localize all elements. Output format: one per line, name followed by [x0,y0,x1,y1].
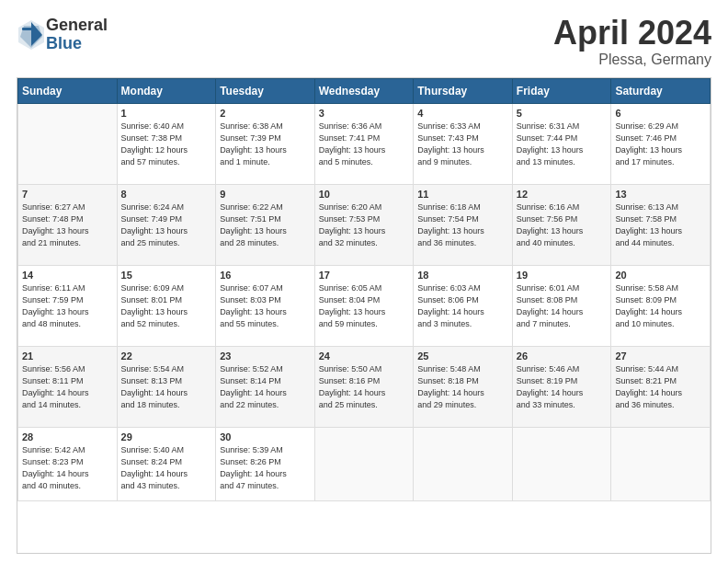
calendar-cell: 9Sunrise: 6:22 AM Sunset: 7:51 PM Daylig… [216,185,315,266]
logo-general-text: General [46,17,108,35]
calendar-cell: 24Sunrise: 5:50 AM Sunset: 8:16 PM Dayli… [314,347,414,428]
calendar-header: Sunday Monday Tuesday Wednesday Thursday… [18,79,711,104]
calendar-cell: 5Sunrise: 6:31 AM Sunset: 7:44 PM Daylig… [512,104,611,185]
calendar-cell: 4Sunrise: 6:33 AM Sunset: 7:43 PM Daylig… [414,104,513,185]
calendar-cell: 26Sunrise: 5:46 AM Sunset: 8:19 PM Dayli… [512,347,611,428]
header-thursday: Thursday [414,79,513,104]
calendar-cell: 17Sunrise: 6:05 AM Sunset: 8:04 PM Dayli… [314,266,414,347]
calendar-cell: 30Sunrise: 5:39 AM Sunset: 8:26 PM Dayli… [216,428,315,501]
svg-rect-2 [22,28,35,30]
day-number: 15 [121,270,212,281]
header-tuesday: Tuesday [216,79,315,104]
day-number: 11 [417,189,508,200]
day-number: 17 [319,270,410,281]
day-info: Sunrise: 6:16 AM Sunset: 7:56 PM Dayligh… [517,201,608,249]
calendar-cell [611,428,711,501]
day-info: Sunrise: 6:38 AM Sunset: 7:39 PM Dayligh… [220,121,311,168]
logo: General Blue [17,17,108,53]
calendar-cell: 2Sunrise: 6:38 AM Sunset: 7:39 PM Daylig… [216,104,315,185]
day-info: Sunrise: 5:46 AM Sunset: 8:19 PM Dayligh… [517,363,608,411]
day-info: Sunrise: 6:05 AM Sunset: 8:04 PM Dayligh… [319,282,410,330]
calendar-week-row: 7Sunrise: 6:27 AM Sunset: 7:48 PM Daylig… [18,185,711,266]
calendar-cell: 14Sunrise: 6:11 AM Sunset: 7:59 PM Dayli… [18,266,118,347]
calendar-cell: 18Sunrise: 6:03 AM Sunset: 8:06 PM Dayli… [414,266,513,347]
day-info: Sunrise: 6:29 AM Sunset: 7:46 PM Dayligh… [615,121,706,168]
page: General Blue April 2024 Plessa, Germany … [0,0,728,563]
day-number: 30 [220,431,311,442]
day-number: 5 [517,108,608,119]
day-number: 2 [220,108,311,119]
day-info: Sunrise: 6:07 AM Sunset: 8:03 PM Dayligh… [220,282,311,330]
calendar-cell: 7Sunrise: 6:27 AM Sunset: 7:48 PM Daylig… [18,185,118,266]
calendar-cell: 1Sunrise: 6:40 AM Sunset: 7:38 PM Daylig… [117,104,216,185]
calendar-cell: 3Sunrise: 6:36 AM Sunset: 7:41 PM Daylig… [314,104,414,185]
calendar-cell: 27Sunrise: 5:44 AM Sunset: 8:21 PM Dayli… [611,347,711,428]
calendar-cell [314,428,414,501]
calendar-cell: 23Sunrise: 5:52 AM Sunset: 8:14 PM Dayli… [216,347,315,428]
day-info: Sunrise: 5:42 AM Sunset: 8:23 PM Dayligh… [22,444,113,492]
calendar-cell: 6Sunrise: 6:29 AM Sunset: 7:46 PM Daylig… [611,104,711,185]
header-sunday: Sunday [18,79,118,104]
day-number: 19 [517,270,608,281]
day-info: Sunrise: 5:56 AM Sunset: 8:11 PM Dayligh… [22,363,113,411]
day-number: 29 [121,431,212,442]
header-wednesday: Wednesday [314,79,414,104]
calendar-cell: 12Sunrise: 6:16 AM Sunset: 7:56 PM Dayli… [512,185,611,266]
calendar-body: 1Sunrise: 6:40 AM Sunset: 7:38 PM Daylig… [18,104,711,501]
calendar-cell [414,428,513,501]
day-number: 26 [517,350,608,362]
calendar-cell: 29Sunrise: 5:40 AM Sunset: 8:24 PM Dayli… [117,428,216,501]
day-info: Sunrise: 6:33 AM Sunset: 7:43 PM Dayligh… [417,121,508,168]
calendar-cell: 22Sunrise: 5:54 AM Sunset: 8:13 PM Dayli… [117,347,216,428]
calendar-cell: 15Sunrise: 6:09 AM Sunset: 8:01 PM Dayli… [117,266,216,347]
day-info: Sunrise: 5:40 AM Sunset: 8:24 PM Dayligh… [121,444,212,492]
day-number: 3 [319,108,410,119]
day-number: 27 [615,350,706,362]
day-number: 12 [517,189,608,200]
title-block: April 2024 Plessa, Germany [553,17,711,68]
calendar-cell: 11Sunrise: 6:18 AM Sunset: 7:54 PM Dayli… [414,185,513,266]
header-row: Sunday Monday Tuesday Wednesday Thursday… [18,79,711,104]
logo-blue-text: Blue [46,35,108,53]
calendar-cell: 25Sunrise: 5:48 AM Sunset: 8:18 PM Dayli… [414,347,513,428]
day-info: Sunrise: 6:22 AM Sunset: 7:51 PM Dayligh… [220,201,311,249]
day-info: Sunrise: 6:24 AM Sunset: 7:49 PM Dayligh… [121,201,212,249]
day-info: Sunrise: 6:01 AM Sunset: 8:08 PM Dayligh… [517,282,608,330]
calendar-title: April 2024 [553,17,711,50]
day-info: Sunrise: 5:50 AM Sunset: 8:16 PM Dayligh… [319,363,410,411]
calendar-week-row: 21Sunrise: 5:56 AM Sunset: 8:11 PM Dayli… [18,347,711,428]
day-number: 24 [319,350,410,362]
header-friday: Friday [512,79,611,104]
day-info: Sunrise: 5:54 AM Sunset: 8:13 PM Dayligh… [121,363,212,411]
day-number: 25 [417,350,508,362]
day-number: 9 [220,189,311,200]
calendar-cell: 21Sunrise: 5:56 AM Sunset: 8:11 PM Dayli… [18,347,118,428]
day-info: Sunrise: 6:20 AM Sunset: 7:53 PM Dayligh… [319,201,410,249]
calendar-week-row: 1Sunrise: 6:40 AM Sunset: 7:38 PM Daylig… [18,104,711,185]
header: General Blue April 2024 Plessa, Germany [17,17,711,68]
calendar-cell: 16Sunrise: 6:07 AM Sunset: 8:03 PM Dayli… [216,266,315,347]
logo-icon [17,18,46,52]
calendar-week-row: 28Sunrise: 5:42 AM Sunset: 8:23 PM Dayli… [18,428,711,501]
day-number: 6 [615,108,706,119]
calendar-cell: 20Sunrise: 5:58 AM Sunset: 8:09 PM Dayli… [611,266,711,347]
day-info: Sunrise: 6:18 AM Sunset: 7:54 PM Dayligh… [417,201,508,249]
day-info: Sunrise: 5:48 AM Sunset: 8:18 PM Dayligh… [417,363,508,411]
day-number: 20 [615,270,706,281]
day-number: 8 [121,189,212,200]
day-info: Sunrise: 5:58 AM Sunset: 8:09 PM Dayligh… [615,282,706,330]
day-number: 23 [220,350,311,362]
day-number: 18 [417,270,508,281]
day-info: Sunrise: 6:27 AM Sunset: 7:48 PM Dayligh… [22,201,113,249]
day-number: 14 [22,270,113,281]
day-number: 1 [121,108,212,119]
logo-text: General Blue [46,17,108,53]
day-number: 21 [22,350,113,362]
day-info: Sunrise: 5:52 AM Sunset: 8:14 PM Dayligh… [220,363,311,411]
day-number: 28 [22,431,113,442]
day-info: Sunrise: 6:40 AM Sunset: 7:38 PM Dayligh… [121,121,212,168]
calendar: Sunday Monday Tuesday Wednesday Thursday… [17,77,711,554]
day-info: Sunrise: 6:36 AM Sunset: 7:41 PM Dayligh… [319,121,410,168]
day-info: Sunrise: 6:03 AM Sunset: 8:06 PM Dayligh… [417,282,508,330]
calendar-cell: 13Sunrise: 6:13 AM Sunset: 7:58 PM Dayli… [611,185,711,266]
